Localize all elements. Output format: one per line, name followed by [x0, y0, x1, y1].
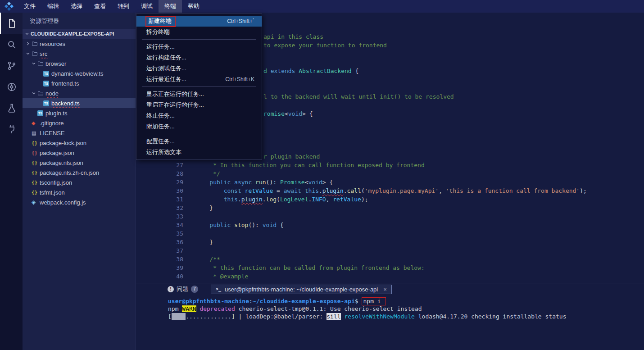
tree-item-package.nls.zh-cn.json[interactable]: {}package.nls.zh-cn.json	[23, 168, 136, 177]
menu-item-label: 运行测试任务...	[146, 64, 186, 73]
menu-item-label: 显示正在运行的任务...	[146, 90, 204, 98]
code-text: public async run(): Promise<void> {	[195, 178, 333, 186]
menu-item-label: 附加任务...	[146, 123, 175, 131]
tree-item-browser[interactable]: browser	[23, 59, 136, 68]
menu-帮助[interactable]: 帮助	[182, 0, 205, 13]
code-text: r plugin backend	[263, 152, 320, 161]
terminal-menu: 新建终端Ctrl+Shift+`拆分终端运行任务...运行构建任务...运行测试…	[136, 14, 262, 160]
line-number: 33	[136, 212, 183, 221]
tree-item-package.json[interactable]: {}package.json	[23, 148, 136, 158]
menu-item-运行所选文本[interactable]: 运行所选文本	[136, 147, 262, 158]
tree-item-label: package.nls.json	[40, 159, 83, 166]
tree-item-backend.ts[interactable]: TSbackend.ts	[23, 98, 136, 108]
tree-item-.gitignore[interactable]: ◆.gitignore	[23, 118, 136, 128]
menu-item-附加任务...[interactable]: 附加任务...	[136, 121, 262, 132]
ts-file-icon: TS	[43, 81, 51, 86]
menu-调试[interactable]: 调试	[135, 0, 159, 13]
tree-root-row[interactable]: CLOUDIDE-EXAMPLE-EXPOSE-API	[23, 29, 136, 39]
line-number: 28	[136, 169, 183, 178]
tree-item-label: browser	[45, 60, 66, 67]
files-icon[interactable]	[0, 13, 23, 34]
menu-查看[interactable]: 查看	[88, 0, 112, 13]
terminal-line: user@pkpfnthbts-machine:~/cloudide-examp…	[168, 297, 386, 305]
menu-item-label: 运行构建任务...	[146, 54, 186, 62]
menu-item-运行任务...[interactable]: 运行任务...	[136, 41, 262, 52]
line-number: 37	[136, 246, 183, 255]
tree-item-node[interactable]: node	[23, 88, 136, 98]
code-line: 28 */	[136, 169, 644, 178]
problems-count-badge: 7	[191, 286, 198, 293]
menu-item-运行构建任务...[interactable]: 运行构建任务...	[136, 52, 262, 63]
line-number: 36	[136, 238, 183, 246]
search-icon[interactable]	[0, 34, 23, 55]
sidebar-title: 资源管理器	[23, 13, 136, 29]
code-line: 39 * this function can be called from pl…	[136, 264, 644, 272]
chevron-down-icon	[25, 51, 31, 56]
tree-item-dynamic-webview.ts[interactable]: TSdynamic-webview.ts	[23, 68, 136, 78]
cloudide-logo-icon	[0, 0, 18, 13]
folder-icon	[37, 60, 45, 67]
test-flask-icon[interactable]	[0, 97, 23, 118]
tree-item-label: frontend.ts	[51, 80, 79, 87]
menu-选择[interactable]: 选择	[65, 0, 88, 13]
code-line: 40 * @example	[136, 272, 644, 281]
tree-item-label: resources	[40, 41, 65, 47]
tree-item-webpack.config.js[interactable]: ◈webpack.config.js	[23, 197, 136, 207]
code-line: 27 * In this function you can call funct…	[136, 161, 644, 169]
tree-item-frontend.ts[interactable]: TSfrontend.ts	[23, 78, 136, 88]
menu-item-拆分终端[interactable]: 拆分终端	[136, 27, 262, 37]
indent-spacer	[31, 110, 36, 116]
marketplace-icon[interactable]	[0, 76, 23, 97]
tab-terminal[interactable]: >_ user@pkpfnthbts-machine: ~/cloudide-e…	[211, 285, 392, 294]
tree-item-label: package.nls.zh-cn.json	[40, 169, 99, 176]
line-number: 27	[136, 161, 183, 169]
chevron-down-icon	[24, 31, 30, 36]
line-number: 32	[136, 204, 183, 212]
menu-item-运行最近任务...[interactable]: 运行最近任务...Ctrl+Shift+K	[136, 74, 262, 85]
menu-item-新建终端[interactable]: 新建终端Ctrl+Shift+`	[136, 16, 262, 27]
menu-编辑[interactable]: 编辑	[41, 0, 65, 13]
menu-bar: 文件编辑选择查看转到调试终端帮助	[18, 0, 205, 13]
menu-item-配置任务...[interactable]: 配置任务...	[136, 136, 262, 147]
tree-item-LICENSE[interactable]: ▤LICENSE	[23, 128, 136, 138]
json-file-icon: {}	[32, 170, 40, 176]
tree-item-label: node	[45, 90, 59, 97]
code-text: * this function can be called from plugi…	[195, 264, 425, 272]
indent-spacer	[25, 130, 31, 136]
code-text: * In this function you can call function…	[195, 161, 425, 169]
tree-item-tsconfig.json[interactable]: {}tsconfig.json	[23, 177, 136, 187]
ts-file-icon: TS	[43, 71, 51, 77]
tree-item-plugin.ts[interactable]: TSplugin.ts	[23, 108, 136, 118]
close-icon[interactable]: ×	[383, 286, 387, 293]
line-number: 31	[136, 195, 183, 204]
code-text: const retValue = await this.plugin.call(…	[195, 186, 587, 195]
menu-item-shortcut: Ctrl+Shift+K	[225, 76, 254, 82]
tree-item-package.nls.json[interactable]: {}package.nls.json	[23, 158, 136, 168]
menu-item-shortcut: Ctrl+Shift+`	[227, 18, 254, 24]
tree-item-resources[interactable]: resources	[23, 39, 136, 49]
indent-spacer	[37, 71, 42, 76]
menu-item-显示正在运行的任务...[interactable]: 显示正在运行的任务...	[136, 89, 262, 100]
folder-icon	[37, 90, 45, 96]
tree-item-src[interactable]: src	[23, 49, 136, 59]
menu-item-label: 运行任务...	[146, 43, 175, 51]
tree-item-label: webpack.config.js	[40, 199, 86, 206]
plugin-icon[interactable]	[0, 118, 23, 140]
menu-item-重启正在运行的任务...[interactable]: 重启正在运行的任务...	[136, 100, 262, 110]
menu-终端[interactable]: 终端	[159, 0, 182, 13]
tree-item-package-lock.json[interactable]: {}package-lock.json	[23, 138, 136, 148]
menu-item-label: 重启正在运行的任务...	[146, 101, 204, 109]
menu-separator	[142, 86, 256, 87]
tree-item-label: LICENSE	[40, 130, 65, 136]
tree-root-label: CLOUDIDE-EXAMPLE-EXPOSE-API	[31, 31, 114, 36]
tree-item-tsfmt.json[interactable]: {}tsfmt.json	[23, 187, 136, 197]
menu-文件[interactable]: 文件	[18, 0, 41, 13]
menu-item-运行测试任务...[interactable]: 运行测试任务...	[136, 63, 262, 74]
source-control-icon[interactable]	[0, 55, 23, 76]
menu-item-终止任务...[interactable]: 终止任务...	[136, 110, 262, 121]
tab-problems[interactable]: ! 问题 7	[168, 285, 198, 293]
indent-spacer	[37, 81, 42, 86]
line-number: 30	[136, 186, 183, 195]
json-file-icon: {}	[32, 140, 40, 146]
menu-转到[interactable]: 转到	[112, 0, 135, 13]
